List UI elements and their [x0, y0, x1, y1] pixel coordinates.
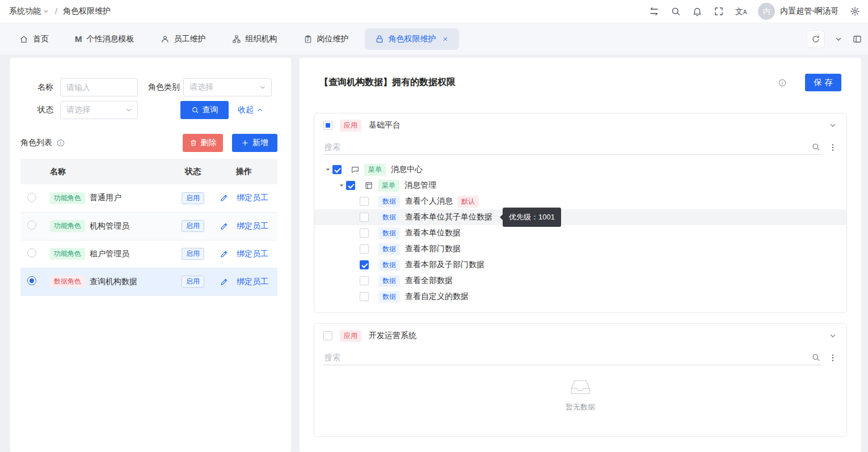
table-row: 功能角色 普通用户 启用 绑定员工	[20, 184, 277, 212]
table-row: 功能角色 租户管理员 启用 绑定员工	[20, 240, 277, 268]
category-select[interactable]: 请选择	[183, 78, 272, 96]
info-icon[interactable]	[778, 78, 787, 87]
data-tag: 数据	[378, 196, 400, 208]
permission-panel: 【查询机构数据】拥有的数据权限 保存 应用 基础平台	[300, 58, 861, 452]
tree-node-department-data[interactable]: 数据 查看本部门数据	[314, 241, 846, 257]
avatar: 内	[758, 3, 775, 20]
refresh-icon	[811, 35, 820, 44]
app-checkbox-indeterminate[interactable]	[323, 121, 332, 130]
collapse-filter-link[interactable]: 收起	[238, 105, 264, 115]
caret-down-icon[interactable]	[323, 166, 332, 174]
edit-icon[interactable]	[220, 277, 229, 286]
tree-node-message-management[interactable]: 菜单 消息管理	[314, 178, 846, 193]
caret-down-icon[interactable]	[337, 181, 346, 189]
row-radio[interactable]	[27, 221, 36, 230]
tree-checkbox-checked[interactable]	[332, 165, 342, 174]
refresh-tab-button[interactable]	[807, 30, 825, 48]
tab-label: 个性消息模板	[87, 34, 134, 44]
tab-home[interactable]: 首页	[9, 28, 59, 50]
tree-checkbox[interactable]	[360, 197, 369, 206]
edit-icon[interactable]	[220, 193, 229, 202]
user-menu[interactable]: 内 内置超管-啊汤哥	[758, 3, 838, 20]
name-input[interactable]	[60, 78, 138, 96]
chevron-down-icon	[43, 8, 49, 15]
tree-node-personal-messages[interactable]: 数据 查看个人消息 默认	[314, 193, 846, 209]
breadcrumb-menu[interactable]: 系统功能	[9, 6, 49, 16]
tab-post[interactable]: 岗位维护	[293, 28, 359, 50]
app-tag: 应用	[340, 120, 361, 132]
search-icon	[811, 142, 820, 151]
menu-tag: 菜单	[364, 164, 386, 176]
tree-search-input[interactable]	[325, 142, 811, 151]
tree-search-input[interactable]	[325, 353, 811, 362]
edit-icon[interactable]	[220, 250, 229, 259]
tree-node-custom-data[interactable]: 数据 查看自定义的数据	[314, 289, 846, 305]
tab-organization[interactable]: 组织机构	[222, 28, 288, 50]
save-button[interactable]: 保存	[805, 74, 841, 91]
row-radio[interactable]	[27, 248, 36, 257]
edit-icon[interactable]	[220, 222, 229, 231]
tree-node-department-and-sub-data[interactable]: 数据 查看本部及子部门数据	[314, 257, 846, 273]
tree-checkbox[interactable]	[360, 229, 369, 238]
tab-options-button[interactable]	[834, 35, 843, 44]
app-section-header[interactable]: 应用 基础平台	[314, 113, 846, 137]
tree-checkbox[interactable]	[360, 244, 369, 254]
row-radio[interactable]	[27, 193, 36, 202]
role-type-tag: 功能角色	[50, 248, 85, 260]
bind-employee-link[interactable]: 绑定员工	[237, 221, 268, 231]
chevron-down-icon[interactable]	[828, 121, 837, 130]
status-badge: 启用	[182, 248, 204, 260]
status-select[interactable]: 请选择	[60, 101, 138, 119]
tree-checkbox-checked[interactable]	[360, 260, 369, 269]
org-icon	[232, 35, 241, 44]
collapse-menu-button[interactable]	[649, 6, 659, 16]
tree-checkbox-checked[interactable]	[346, 181, 355, 190]
more-options-icon[interactable]	[828, 143, 837, 152]
tree-node-unit-and-subunit-data[interactable]: 数据 查看本单位其子单位数据 优先级：1001	[314, 209, 846, 225]
app-section-header[interactable]: 应用 开发运营系统	[314, 324, 846, 348]
notifications-button[interactable]	[692, 6, 702, 16]
global-search-button[interactable]	[671, 6, 681, 16]
tree-node-unit-data[interactable]: 数据 查看本单位数据	[314, 225, 846, 241]
add-button[interactable]: 新增	[232, 134, 277, 152]
tree-node-message-center[interactable]: 菜单 消息中心	[314, 162, 846, 178]
row-radio-checked[interactable]	[27, 276, 36, 285]
panel-icon	[852, 34, 862, 44]
layout-panel-button[interactable]	[852, 34, 862, 44]
translate-icon: 文A	[735, 7, 747, 15]
settings-button[interactable]	[850, 6, 860, 16]
topbar-actions: 文A 内 内置超管-啊汤哥	[649, 3, 860, 20]
fullscreen-button[interactable]	[714, 6, 724, 16]
tree-checkbox[interactable]	[360, 276, 369, 285]
tree-search-row	[323, 140, 837, 155]
tab-label: 岗位维护	[317, 34, 349, 44]
empty-state: 暂无数据	[314, 366, 846, 428]
tab-employee[interactable]: 员工维护	[150, 28, 216, 50]
query-button[interactable]: 查询	[180, 101, 229, 119]
delete-button[interactable]: 删除	[183, 134, 223, 152]
empty-inbox-icon	[567, 378, 593, 396]
person-icon	[161, 35, 170, 44]
tree-search-field	[323, 350, 821, 365]
tree-checkbox[interactable]	[360, 213, 369, 222]
tree-node-all-data[interactable]: 数据 查看全部数据	[314, 273, 846, 289]
table-row: 功能角色 机构管理员 启用 绑定员工	[20, 212, 277, 240]
language-button[interactable]: 文A	[735, 7, 747, 15]
bind-employee-link[interactable]: 绑定员工	[237, 249, 268, 259]
info-icon[interactable]	[56, 138, 65, 147]
chevron-down-icon[interactable]	[828, 331, 837, 340]
page-title: 【查询机构数据】拥有的数据权限	[319, 77, 456, 88]
tab-message-template[interactable]: M 个性消息模板	[65, 28, 145, 50]
bind-employee-link[interactable]: 绑定员工	[237, 277, 268, 287]
tree-checkbox[interactable]	[360, 292, 369, 301]
role-type-tag: 功能角色	[50, 220, 85, 232]
bind-employee-link[interactable]: 绑定员工	[237, 193, 268, 203]
permission-titlebar: 【查询机构数据】拥有的数据权限 保存	[319, 74, 841, 91]
name-label: 名称	[20, 82, 53, 92]
tab-role-permission[interactable]: 角色权限维护	[365, 28, 459, 50]
close-icon[interactable]	[442, 36, 449, 43]
more-options-icon[interactable]	[828, 353, 837, 362]
empty-text: 暂无数据	[566, 402, 595, 412]
node-label: 查看个人消息	[405, 196, 453, 206]
app-checkbox[interactable]	[323, 331, 332, 340]
